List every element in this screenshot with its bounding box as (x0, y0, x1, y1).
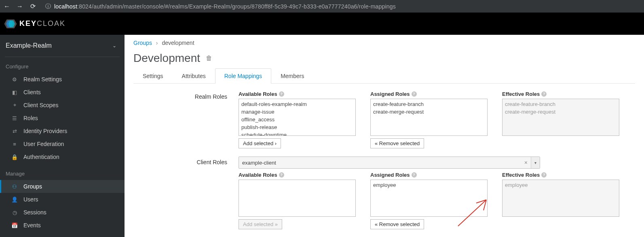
realm-assigned-listbox[interactable]: create-feature-branchcreate-merge-reques… (370, 99, 488, 136)
page-title: Development (133, 52, 200, 65)
tab-members[interactable]: Members (271, 68, 313, 84)
logo-text: KEYCLOAK (19, 19, 65, 28)
sidebar-item-roles[interactable]: ☰Roles (0, 112, 125, 125)
client-roles-lists-row: Available Roles? Add selected » Assigned… (133, 172, 635, 229)
reload-button[interactable]: ⟳ (29, 2, 36, 10)
sidebar-item-clients[interactable]: ◧Clients (0, 86, 125, 99)
sidebar-item-authentication[interactable]: 🔒Authentication (0, 150, 125, 163)
realm-effective-block: Effective Roles? create-feature-branchcr… (502, 91, 619, 148)
help-icon[interactable]: ? (412, 91, 417, 97)
client-assigned-block: Assigned Roles? employee « Remove select… (370, 172, 488, 229)
role-option[interactable]: default-roles-example-realm (241, 101, 353, 108)
realm-selector[interactable]: Example-Realm ⌄ (0, 35, 125, 55)
role-option[interactable]: create-merge-request (373, 108, 485, 116)
realm-roles-label: Realm Roles (133, 91, 239, 100)
help-icon[interactable]: ? (279, 91, 284, 97)
sidebar-item-label: Clients (23, 89, 41, 95)
tab-role-mappings[interactable]: Role Mappings (215, 68, 271, 84)
role-option[interactable]: employee (373, 182, 485, 189)
remove-selected-realm-button[interactable]: « Remove selected (370, 138, 424, 148)
scope-icon: ⌖ (11, 102, 18, 108)
role-option[interactable]: publish-release (241, 124, 353, 131)
client-roles-select-row: Client Roles example-client × ▾ (133, 157, 635, 169)
sidebar-item-sessions[interactable]: ◷Sessions (0, 206, 125, 219)
client-select-clear-icon[interactable]: × (521, 159, 531, 166)
role-option[interactable]: schedule-downtime (241, 131, 353, 136)
sidebar-item-client-scopes[interactable]: ⌖Client Scopes (0, 99, 125, 112)
realm-available-listbox[interactable]: default-roles-example-realmmanage-issueo… (239, 99, 356, 136)
role-option[interactable]: manage-issue (241, 108, 353, 116)
sliders-icon: ⚙ (11, 76, 18, 83)
sidebar-item-label: Identity Providers (23, 128, 67, 134)
client-select-caret-icon[interactable]: ▾ (531, 157, 540, 168)
add-selected-client-button[interactable]: Add selected » (239, 219, 282, 229)
help-icon[interactable]: ? (541, 172, 547, 178)
sidebar-heading-manage: Manage (0, 168, 125, 180)
role-option[interactable]: offline_access (241, 116, 353, 124)
sidebar-item-label: Events (23, 222, 41, 229)
client-effective-block: Effective Roles? employee (502, 172, 619, 229)
realm-selector-label: Example-Realm (6, 42, 52, 49)
url-host: localhost (54, 3, 77, 10)
header-text: Available Roles (239, 172, 277, 178)
sidebar-item-label: Groups (23, 183, 42, 190)
realm-effective-header: Effective Roles? (502, 91, 619, 97)
tab-attributes[interactable]: Attributes (173, 68, 215, 84)
add-selected-realm-button[interactable]: Add selected › (239, 138, 281, 148)
header-text: Effective Roles (502, 172, 540, 178)
role-option[interactable]: create-feature-branch (373, 101, 485, 108)
keycloak-logo-icon (4, 18, 17, 30)
exchange-icon: ⇄ (11, 128, 18, 134)
delete-icon[interactable]: 🗑 (206, 55, 212, 62)
url-text: localhost:8024/auth/admin/master/console… (54, 3, 396, 10)
sidebar-item-identity-providers[interactable]: ⇄Identity Providers (0, 125, 125, 138)
realm-effective-listbox: create-feature-branchcreate-merge-reques… (502, 99, 619, 136)
breadcrumb-sep: › (156, 40, 158, 46)
sidebar: Example-Realm ⌄ Configure ⚙Realm Setting… (0, 35, 125, 237)
calendar-icon: 📅 (11, 222, 18, 229)
sidebar-item-events[interactable]: 📅Events (0, 219, 125, 232)
remove-selected-client-button[interactable]: « Remove selected (370, 219, 424, 229)
sidebar-item-realm-settings[interactable]: ⚙Realm Settings (0, 73, 125, 86)
cube-icon: ◧ (11, 89, 18, 95)
sidebar-item-groups[interactable]: ⚇Groups (0, 180, 125, 193)
sidebar-item-label: Users (23, 196, 38, 203)
site-info-icon[interactable]: ⓘ (45, 3, 51, 10)
role-option: employee (505, 182, 617, 189)
lock-icon: 🔒 (11, 154, 18, 160)
realm-assigned-block: Assigned Roles? create-feature-branchcre… (370, 91, 488, 148)
sidebar-item-label: Sessions (23, 209, 46, 216)
breadcrumb: Groups › development (133, 40, 635, 46)
client-assigned-header: Assigned Roles? (370, 172, 488, 178)
help-icon[interactable]: ? (279, 172, 284, 178)
tab-settings[interactable]: Settings (133, 68, 173, 84)
logo[interactable]: KEYCLOAK (4, 18, 65, 30)
realm-available-block: Available Roles? default-roles-example-r… (239, 91, 356, 148)
chevron-down-icon: ⌄ (112, 43, 116, 49)
breadcrumb-root[interactable]: Groups (133, 40, 152, 46)
address-bar[interactable]: ⓘ localhost:8024/auth/admin/master/conso… (45, 3, 641, 10)
back-button[interactable]: ← (3, 3, 11, 10)
client-assigned-listbox[interactable]: employee (370, 180, 488, 217)
sidebar-item-label: Client Scopes (23, 102, 58, 108)
database-icon: ≡ (11, 141, 18, 147)
sidebar-divider (5, 57, 120, 57)
header-text: Assigned Roles (370, 172, 410, 178)
realm-assigned-header: Assigned Roles? (370, 91, 488, 97)
tabs: Settings Attributes Role Mappings Member… (133, 68, 635, 84)
header-text: Available Roles (239, 91, 277, 97)
help-icon[interactable]: ? (412, 172, 417, 178)
list-icon: ☰ (11, 115, 18, 121)
client-select[interactable]: example-client × ▾ (239, 157, 540, 169)
realm-available-header: Available Roles? (239, 91, 356, 97)
page-title-row: Development 🗑 (133, 52, 635, 65)
sidebar-item-label: Authentication (23, 154, 59, 160)
app-header: KEYCLOAK (0, 13, 644, 35)
forward-button[interactable]: → (16, 3, 23, 10)
breadcrumb-current: development (162, 40, 194, 46)
help-icon[interactable]: ? (541, 91, 547, 97)
sidebar-item-user-federation[interactable]: ≡User Federation (0, 138, 125, 150)
sidebar-item-users[interactable]: 👤Users (0, 193, 125, 206)
client-available-listbox[interactable] (239, 180, 356, 217)
header-text: Effective Roles (502, 91, 540, 97)
